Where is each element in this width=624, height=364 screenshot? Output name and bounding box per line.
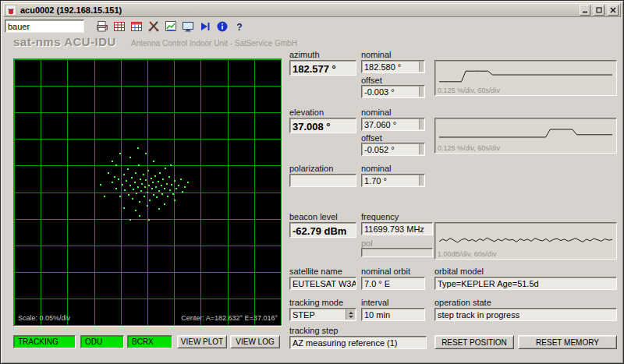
tracking-plot-panel: Scale: 0.05%/div Center: A=182.632° E=37… [13, 58, 282, 327]
info-icon[interactable] [214, 19, 229, 34]
polarization-value [289, 174, 356, 187]
help-icon[interactable]: ? [232, 19, 246, 34]
beacon-level-label: beacon level [289, 212, 338, 221]
orbital-model-label: orbital model [434, 267, 484, 276]
elevation-nominal-input[interactable]: 37.060 ° [361, 118, 425, 131]
monitor-icon[interactable] [180, 19, 195, 34]
azimuth-chart: 0.125 %/div, 60s/div [434, 60, 617, 96]
tracking-mode-dropdown-grip[interactable] [346, 309, 355, 320]
frequency-input[interactable]: 11699.793 MHz [361, 222, 433, 235]
pol-field [361, 248, 433, 257]
azimuth-offset-input[interactable]: -0.003 ° [361, 85, 425, 98]
satellite-name-input[interactable]: EUTELSAT W3A [289, 277, 356, 290]
svg-text:?: ? [236, 21, 242, 32]
polarization-nominal-input[interactable]: 1.70 ° [361, 174, 425, 187]
orbital-model-value: Type=KEPLER Age=51.5d [434, 277, 617, 290]
azimuth-offset-label: offset [361, 76, 382, 85]
tracking-mode-value: STEP [292, 310, 315, 320]
elevation-chart-caption: 0.125 %/div, 60s/div [438, 144, 500, 152]
odu-indicator: ODU [80, 335, 124, 348]
tools-icon[interactable] [146, 19, 161, 34]
maximize-button[interactable] [594, 5, 604, 16]
polarization-label: polarization [289, 164, 333, 173]
page-subtitle: Antenna Control Indoor Unit - SatService… [131, 39, 297, 48]
interval-label: interval [361, 298, 388, 307]
bcrx-indicator: BCRX [127, 335, 172, 348]
titlebar: acu0002 (192.168.15.151) [3, 3, 621, 17]
operation-state-label: operation state [434, 298, 491, 307]
nominal-orbit-input[interactable]: 7.0 ° E [361, 277, 425, 290]
nominal-orbit-label: nominal orbit [361, 267, 410, 276]
interval-input[interactable]: 10 min [361, 308, 425, 321]
tracking-step-value: AZ measuring reference (1) [289, 336, 427, 349]
elevation-value: 37.008 ° [289, 118, 356, 133]
print-icon[interactable] [94, 19, 109, 34]
plot-center-label: Center: A=182.632° E=37.016° [181, 314, 278, 322]
toolbar: ? [3, 18, 621, 34]
elevation-chart: 0.125 %/div, 60s/div [434, 118, 617, 154]
polarization-nominal-label: nominal [361, 164, 392, 173]
table-icon[interactable] [112, 19, 126, 34]
play-icon[interactable] [197, 19, 212, 34]
chart-icon[interactable] [163, 19, 178, 34]
reset-position-button[interactable]: RESET POSITION [434, 335, 514, 349]
satellite-name-label: satellite name [289, 267, 342, 276]
elevation-label: elevation [289, 108, 324, 117]
window-title: acu0002 (192.168.15.151) [19, 5, 576, 15]
window-icon[interactable] [5, 5, 16, 16]
tracking-mode-label: tracking mode [289, 298, 343, 307]
azimuth-value: 182.577 ° [289, 60, 356, 76]
user-input[interactable] [5, 19, 84, 33]
frequency-label: frequency [361, 212, 399, 221]
beacon-chart: 1.00dB/div, 60s/div [434, 222, 617, 260]
azimuth-label: azimuth [289, 50, 320, 59]
tracking-plot [14, 59, 282, 326]
reset-memory-button[interactable]: RESET MEMORY [518, 335, 617, 349]
azimuth-chart-caption: 0.125 %/div, 60s/div [438, 87, 500, 94]
elevation-offset-input[interactable]: -0.052 ° [361, 143, 425, 156]
beacon-chart-caption: 1.00dB/div, 60s/div [438, 250, 496, 258]
table-alt-icon[interactable] [129, 19, 144, 34]
close-button[interactable] [608, 5, 619, 16]
view-plot-button[interactable]: VIEW PLOT [177, 335, 227, 348]
view-log-button[interactable]: VIEW LOG [230, 335, 280, 348]
azimuth-nominal-label: nominal [361, 50, 392, 59]
elevation-nominal-label: nominal [361, 108, 392, 117]
beacon-level-value: -62.79 dBm [289, 222, 356, 238]
minimize-button[interactable] [580, 5, 590, 16]
tracking-mode-select[interactable]: STEP [289, 308, 356, 321]
app-window: acu0002 (192.168.15.151) [0, 0, 624, 364]
elevation-offset-label: offset [361, 133, 382, 143]
plot-scale-label: Scale: 0.05%/div [18, 314, 70, 322]
page-title: sat-nms ACU-IDU [13, 35, 116, 48]
operation-state-value: step track in progress [434, 308, 617, 321]
azimuth-nominal-input[interactable]: 182.580 ° [361, 60, 425, 73]
tracking-indicator: TRACKING [13, 335, 76, 348]
tracking-step-label: tracking step [289, 326, 338, 335]
pol-label: pol [361, 239, 373, 248]
